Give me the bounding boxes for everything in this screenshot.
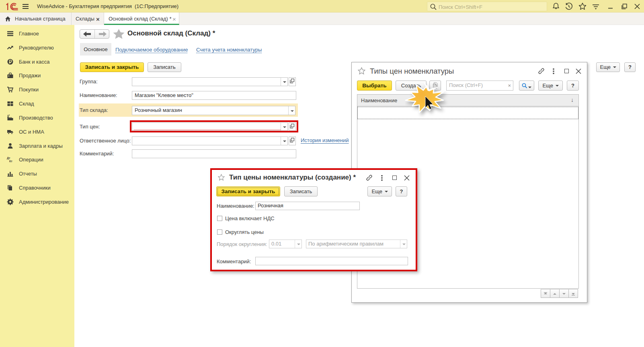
svg-text:Кт: Кт [9, 160, 12, 163]
svg-text:Дт: Дт [7, 157, 10, 160]
